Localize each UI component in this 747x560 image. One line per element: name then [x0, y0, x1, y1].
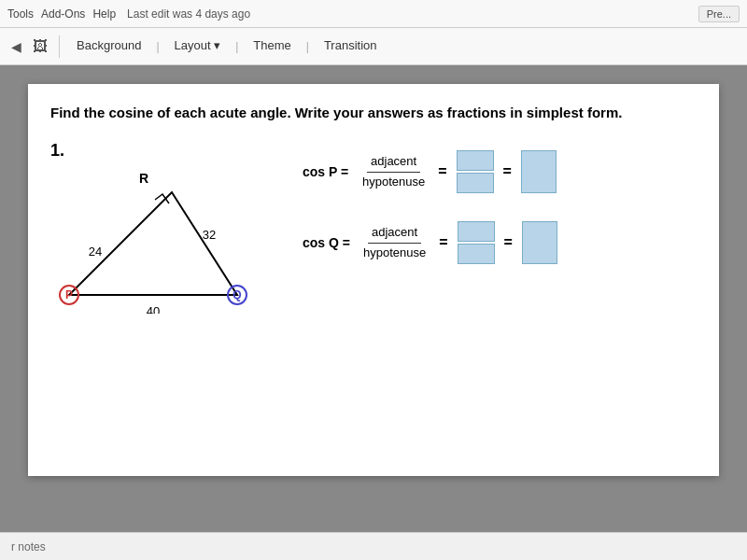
tab-theme[interactable]: Theme: [244, 35, 300, 58]
cos-p-numerator: adjacent: [367, 154, 420, 173]
present-icon[interactable]: Pre...: [698, 6, 740, 22]
cos-q-row: cos Q = adjacent hypotenuse = =: [303, 221, 697, 264]
tab-layout[interactable]: Layout ▾: [165, 35, 231, 58]
cos-q-fraction: adjacent hypotenuse: [359, 225, 430, 261]
equals-1: =: [438, 163, 446, 180]
tab-background[interactable]: Background: [67, 35, 150, 58]
separator-1: |: [156, 40, 159, 53]
layout-dropdown-icon: ▾: [214, 38, 220, 52]
cos-p-simplified[interactable]: [521, 150, 557, 193]
menu-item-help[interactable]: Help: [92, 7, 116, 21]
tab-transition[interactable]: Transition: [315, 35, 387, 58]
cos-p-answer-fraction[interactable]: [457, 150, 494, 193]
main-canvas: Find the cosine of each acute angle. Wri…: [0, 65, 747, 532]
svg-text:P: P: [65, 288, 73, 301]
cos-q-label: cos Q =: [303, 235, 350, 250]
triangle-svg: R P Q 24 32 40: [50, 164, 256, 314]
cos-q-denominator: hypotenuse: [359, 244, 430, 261]
menu-item-addons[interactable]: Add-Ons: [41, 7, 85, 21]
triangle-diagram: 1. R P Q: [50, 141, 256, 317]
menu-item-tools[interactable]: Tools: [7, 7, 34, 21]
equations-area: cos P = adjacent hypotenuse = = cos Q: [303, 150, 697, 264]
svg-text:Q: Q: [233, 288, 241, 301]
svg-text:40: 40: [147, 304, 160, 314]
back-button[interactable]: ◀: [7, 37, 25, 56]
equals-2: =: [503, 163, 512, 180]
svg-marker-0: [69, 192, 237, 295]
top-menu-bar: Tools Add-Ons Help Last edit was 4 days …: [0, 0, 747, 28]
equals-3: =: [439, 234, 447, 251]
equals-4: =: [504, 234, 513, 251]
last-edit-label: Last edit was 4 days ago: [127, 7, 250, 21]
problem-number: 1.: [50, 141, 256, 161]
svg-text:24: 24: [89, 245, 102, 259]
cos-q-answer-fraction[interactable]: [458, 221, 495, 264]
toolbar: ◀ 🖼 Background | Layout ▾ | Theme | Tran…: [0, 28, 747, 65]
cos-q-answer-bottom[interactable]: [458, 244, 495, 264]
vertex-R: R: [139, 171, 148, 186]
cos-q-simplified[interactable]: [522, 221, 557, 264]
toolbar-divider: [59, 35, 60, 58]
cos-q-numerator: adjacent: [368, 225, 421, 244]
notes-label: r notes: [11, 540, 46, 553]
cos-p-label: cos P =: [303, 164, 349, 179]
separator-3: |: [306, 40, 309, 53]
cos-p-fraction: adjacent hypotenuse: [359, 154, 429, 190]
cos-p-answer-top[interactable]: [457, 150, 494, 171]
cos-q-answer-top[interactable]: [458, 221, 495, 242]
cos-p-denominator: hypotenuse: [359, 173, 429, 190]
image-button[interactable]: 🖼: [29, 36, 51, 57]
cos-p-answer-bottom[interactable]: [457, 173, 494, 193]
cos-p-row: cos P = adjacent hypotenuse = =: [303, 150, 697, 193]
slide: Find the cosine of each acute angle. Wri…: [28, 84, 719, 476]
question-text: Find the cosine of each acute angle. Wri…: [50, 103, 697, 122]
svg-text:32: 32: [203, 228, 216, 242]
notes-bar: r notes: [0, 532, 747, 560]
separator-2: |: [235, 40, 238, 53]
